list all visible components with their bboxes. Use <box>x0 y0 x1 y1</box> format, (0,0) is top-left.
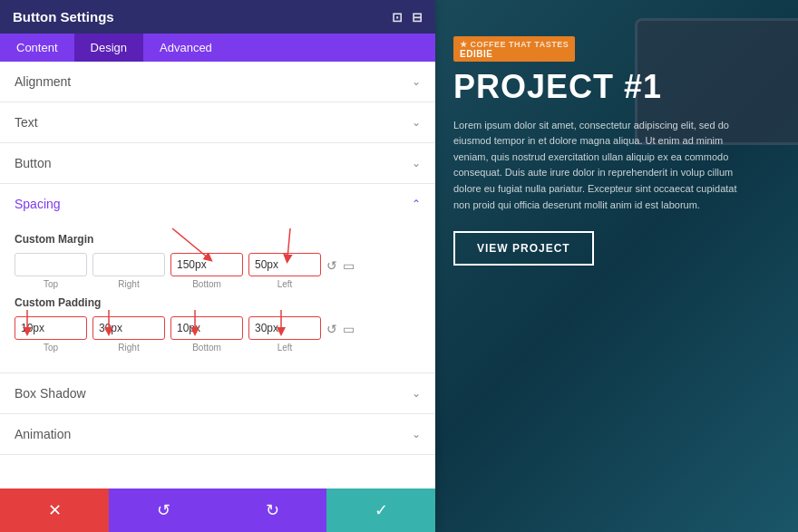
section-spacing-title: Spacing <box>15 197 61 211</box>
preview-panel: ★ COFFEE THAT TASTES EDIBIE Project #1 L… <box>435 0 798 532</box>
margin-right-col: Right <box>92 253 165 289</box>
margin-bottom-col: Bottom <box>170 253 243 289</box>
tabs-bar: Content Design Advanced <box>0 34 435 62</box>
cancel-button[interactable]: ✕ <box>0 488 109 532</box>
margin-fields-row: Top Right Bottom Left ↺ ▭ <box>15 253 421 289</box>
section-button: Button ⌄ <box>0 143 435 184</box>
section-button-title: Button <box>15 156 51 170</box>
margin-top-col: Top <box>15 253 87 289</box>
preview-body-text: Lorem ipsum dolor sit amet, consectetur … <box>453 118 744 214</box>
tab-advanced[interactable]: Advanced <box>143 34 229 62</box>
chevron-alignment: ⌄ <box>412 75 421 88</box>
padding-left-input[interactable] <box>248 316 321 340</box>
margin-right-label: Right <box>118 279 139 289</box>
section-text: Text ⌄ <box>0 102 435 143</box>
margin-left-col: Left <box>248 253 321 289</box>
panel-header-icons: ⊡ ⊟ <box>392 10 423 24</box>
panel-header: Button Settings ⊡ ⊟ <box>0 0 435 34</box>
padding-top-col: Top <box>15 316 87 353</box>
undo-button[interactable]: ↺ <box>109 488 218 532</box>
section-animation-header[interactable]: Animation ⌄ <box>0 414 435 454</box>
margin-top-input[interactable] <box>15 253 87 276</box>
padding-fields-row: Top Right Bottom Left ↺ ▭ <box>15 316 421 353</box>
padding-left-col: Left <box>248 316 321 353</box>
panel-body: Alignment ⌄ Text ⌄ Button ⌄ Spacing ⌃ <box>0 62 435 488</box>
button-settings-panel: Button Settings ⊡ ⊟ Content Design Advan… <box>0 0 435 532</box>
panel-title: Button Settings <box>13 9 114 24</box>
margin-reset-icon[interactable]: ↺ <box>326 258 337 273</box>
section-button-header[interactable]: Button ⌄ <box>0 143 435 183</box>
section-animation-title: Animation <box>15 427 71 441</box>
section-text-header[interactable]: Text ⌄ <box>0 102 435 142</box>
padding-right-input[interactable] <box>92 316 165 340</box>
section-alignment-header[interactable]: Alignment ⌄ <box>0 62 435 102</box>
chevron-text: ⌄ <box>412 116 421 129</box>
preview-title: Project #1 <box>453 69 771 105</box>
margin-left-label: Left <box>277 279 293 289</box>
spacing-content: Custom Margin Top Right Bottom <box>0 224 435 372</box>
section-alignment: Alignment ⌄ <box>0 62 435 102</box>
padding-top-input[interactable] <box>15 316 87 340</box>
padding-top-label: Top <box>44 343 58 353</box>
section-spacing-header[interactable]: Spacing ⌃ <box>0 184 435 224</box>
panel-footer: ✕ ↺ ↻ ✓ <box>0 488 435 532</box>
margin-top-label: Top <box>44 279 58 289</box>
padding-bottom-label: Bottom <box>192 343 221 353</box>
chevron-box-shadow: ⌄ <box>412 387 421 400</box>
chevron-spacing: ⌃ <box>412 198 421 210</box>
tab-content[interactable]: Content <box>0 34 74 62</box>
padding-device-icon[interactable]: ▭ <box>343 322 355 336</box>
padding-right-label: Right <box>118 343 139 353</box>
margin-device-icon[interactable]: ▭ <box>343 258 355 273</box>
padding-right-col: Right <box>92 316 165 353</box>
section-spacing: Spacing ⌃ <box>0 184 435 373</box>
tab-design[interactable]: Design <box>74 34 143 62</box>
preview-badge: ★ COFFEE THAT TASTES EDIBIE <box>453 36 575 62</box>
chevron-button: ⌄ <box>412 157 421 169</box>
margin-bottom-label: Bottom <box>192 279 221 289</box>
padding-bottom-input[interactable] <box>170 316 243 340</box>
section-box-shadow-header[interactable]: Box Shadow ⌄ <box>0 373 435 413</box>
preview-content: ★ COFFEE THAT TASTES EDIBIE Project #1 L… <box>435 0 798 293</box>
section-text-title: Text <box>15 115 38 130</box>
section-animation: Animation ⌄ <box>0 414 435 455</box>
view-project-button[interactable]: VIEW PROJECT <box>453 231 594 266</box>
margin-group-label: Custom Margin <box>15 233 421 246</box>
padding-reset-icon[interactable]: ↺ <box>326 322 337 336</box>
margin-bottom-input[interactable] <box>170 253 243 276</box>
section-alignment-title: Alignment <box>15 74 71 89</box>
settings-icon[interactable]: ⊟ <box>412 10 423 24</box>
section-box-shadow-title: Box Shadow <box>15 386 86 401</box>
margin-left-input[interactable] <box>248 253 321 276</box>
padding-left-label: Left <box>277 343 293 353</box>
section-box-shadow: Box Shadow ⌄ <box>0 373 435 414</box>
padding-bottom-col: Bottom <box>170 316 243 353</box>
chevron-animation: ⌄ <box>412 428 421 440</box>
padding-group-label: Custom Padding <box>15 296 421 309</box>
margin-right-input[interactable] <box>92 253 165 276</box>
redo-button[interactable]: ↻ <box>218 488 326 532</box>
expand-icon[interactable]: ⊡ <box>392 10 403 24</box>
confirm-button[interactable]: ✓ <box>326 488 435 532</box>
